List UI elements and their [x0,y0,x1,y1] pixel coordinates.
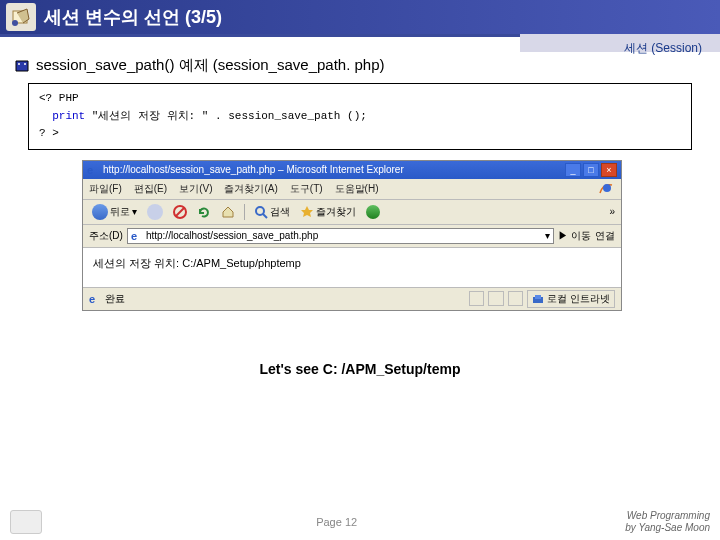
section-func: session_save_path() [36,56,174,73]
code-line-1: <? PHP [39,90,681,108]
slide-icon [6,3,36,31]
code-keyword: print [52,110,85,122]
svg-rect-11 [535,295,541,299]
go-label: 이동 [571,230,591,241]
media-button[interactable] [363,204,383,220]
code-line-3: ? > [39,125,681,143]
home-icon [221,205,235,219]
status-cell-1 [469,291,485,306]
code-rest: "세션의 저장 위치: " . session_save_path (); [85,110,367,122]
menu-edit[interactable]: 편집(E) [134,182,167,196]
status-zone-text: 로컬 인트라넷 [547,293,610,304]
svg-point-5 [603,184,611,192]
zone-icon [532,294,544,304]
back-label: 뒤로 [110,205,130,219]
menu-tools[interactable]: 도구(T) [290,182,323,196]
go-button[interactable]: ▶ 이동 [558,229,591,243]
status-done: 완료 [105,292,125,306]
svg-point-2 [18,63,20,65]
status-cell-2 [488,291,504,306]
favorites-label: 즐겨찾기 [316,205,356,219]
refresh-icon [197,205,211,219]
stop-button[interactable] [170,204,190,220]
bullet-icon [14,59,30,73]
search-label: 검색 [270,205,290,219]
browser-toolbar: 뒤로 ▾ 검색 즐겨찾기 » [83,200,621,225]
minimize-button[interactable]: _ [565,163,581,177]
forward-icon [147,204,163,220]
code-line-2: print "세션의 저장 위치: " . session_save_path … [39,108,681,126]
browser-content: 세션의 저장 위치: C:/APM_Setup/phptemp [83,248,621,288]
media-icon [366,205,380,219]
svg-point-3 [24,63,26,65]
window-buttons: _ □ × [565,163,617,177]
ie-icon: e [87,164,99,176]
maximize-button[interactable]: □ [583,163,599,177]
page-number: Page 12 [48,516,625,528]
close-button[interactable]: × [601,163,617,177]
slide-title: 세션 변수의 선언 (3/5) [44,5,222,29]
page-output: 세션의 저장 위치: C:/APM_Setup/phptemp [93,257,301,269]
credit-line-1: Web Programming [625,510,710,522]
session-label: 세션 (Session) [624,40,702,57]
svg-line-7 [176,208,184,216]
code-block: <? PHP print "세션의 저장 위치: " . session_sav… [28,83,692,150]
menu-favorites[interactable]: 즐겨찾기(A) [224,182,277,196]
forward-button[interactable] [144,203,166,221]
links-label[interactable]: 연결 [595,229,615,243]
address-url: http://localhost/session_save_path.php [146,230,318,241]
back-icon [92,204,108,220]
menu-help[interactable]: 도움말(H) [335,182,379,196]
back-button[interactable]: 뒤로 ▾ [89,203,140,221]
address-dropdown-icon[interactable]: ▾ [545,230,550,241]
home-button[interactable] [218,204,238,220]
ie-logo-icon [597,181,615,197]
address-bar: 주소(D) e http://localhost/session_save_pa… [83,225,621,248]
favorites-button[interactable]: 즐겨찾기 [297,204,359,220]
svg-line-9 [263,214,267,218]
credits: Web Programming by Yang-Sae Moon [625,510,710,534]
menu-file[interactable]: 파일(F) [89,182,122,196]
section-header: session_save_path() 예제 (session_save_pat… [14,56,720,75]
slide-title-bar: 세션 변수의 선언 (3/5) [0,0,720,34]
footer: Page 12 Web Programming by Yang-Sae Moon [0,508,720,536]
svg-point-1 [12,20,18,26]
browser-titlebar: e http://localhost/session_save_path.php… [83,161,621,179]
star-icon [300,205,314,219]
status-icon: e [89,293,101,305]
stop-icon [173,205,187,219]
address-label: 주소(D) [89,229,123,243]
section-rest: 예제 (session_save_path. php) [174,56,384,73]
toolbar-separator [244,204,245,220]
browser-title-text: http://localhost/session_save_path.php –… [103,164,404,175]
university-logo [10,510,42,534]
search-button[interactable]: 검색 [251,204,293,220]
search-icon [254,205,268,219]
credit-line-2: by Yang-Sae Moon [625,522,710,534]
status-cell-3 [508,291,524,306]
menu-view[interactable]: 보기(V) [179,182,212,196]
lets-see-caption: Let's see C: /APM_Setup/temp [0,361,720,377]
status-zone: 로컬 인트라넷 [527,290,615,308]
address-field[interactable]: e http://localhost/session_save_path.php… [127,228,554,244]
refresh-button[interactable] [194,204,214,220]
browser-window: e http://localhost/session_save_path.php… [82,160,622,311]
page-icon: e [131,230,143,242]
status-bar: e 완료 로컬 인트라넷 [83,288,621,310]
toolbar-chevrons[interactable]: » [609,206,615,217]
browser-menubar: 파일(F) 편집(E) 보기(V) 즐겨찾기(A) 도구(T) 도움말(H) [83,179,621,200]
svg-point-8 [256,207,264,215]
browser-title: e http://localhost/session_save_path.php… [87,164,565,176]
section-title: session_save_path() 예제 (session_save_pat… [36,56,385,75]
